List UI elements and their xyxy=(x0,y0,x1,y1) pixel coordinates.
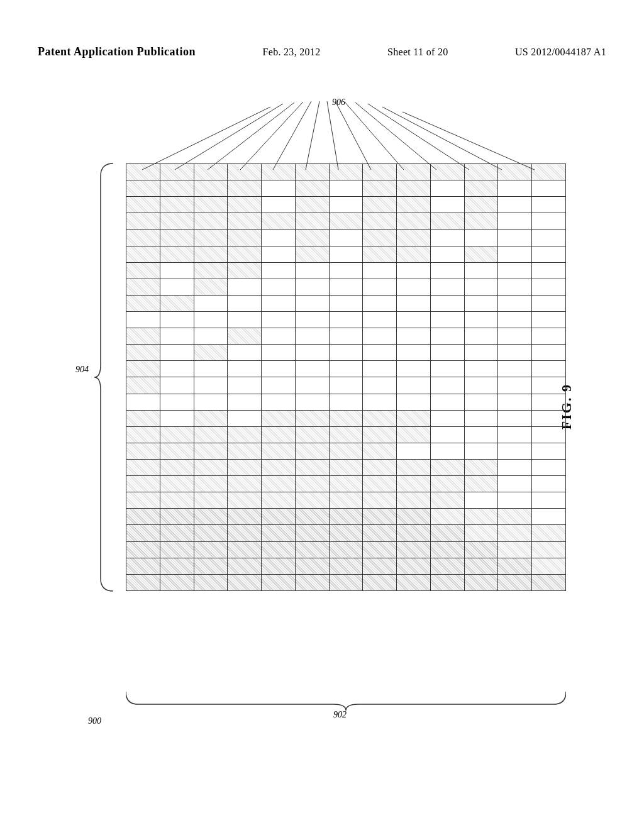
grid-cell xyxy=(397,361,431,377)
grid-cell xyxy=(160,525,194,541)
grid-cell xyxy=(295,525,329,541)
grid-cell xyxy=(194,328,228,345)
grid-cell xyxy=(228,213,262,230)
grid-cell xyxy=(194,164,228,180)
svg-line-5 xyxy=(306,101,319,170)
grid-cell xyxy=(126,180,160,197)
grid-cell xyxy=(329,492,363,509)
grid-cell xyxy=(397,328,431,345)
grid-cell xyxy=(363,213,397,230)
grid-cell xyxy=(430,476,464,492)
grid-cell xyxy=(160,476,194,492)
grid-cell xyxy=(329,361,363,377)
grid-cell xyxy=(126,262,160,279)
grid-cell xyxy=(430,361,464,377)
grid-cell xyxy=(126,509,160,525)
grid-cell xyxy=(464,361,498,377)
grid-cell xyxy=(363,377,397,394)
grid-cell xyxy=(194,459,228,475)
grid-cell xyxy=(126,492,160,509)
svg-line-1 xyxy=(175,104,283,170)
bottom-brace-area: 902 xyxy=(126,685,566,723)
grid-cell xyxy=(228,558,262,574)
grid-cell xyxy=(329,262,363,279)
grid-cell xyxy=(363,230,397,246)
grid-cell xyxy=(228,361,262,377)
grid-cell xyxy=(430,426,464,443)
grid-cell xyxy=(262,509,296,525)
grid-cell xyxy=(430,180,464,197)
grid-cell xyxy=(430,558,464,574)
grid-cell xyxy=(329,525,363,541)
grid-cell xyxy=(126,410,160,426)
grid-cell xyxy=(126,295,160,311)
grid-cell xyxy=(498,377,532,394)
grid-cell xyxy=(194,426,228,443)
grid-cell xyxy=(194,443,228,459)
grid-cell xyxy=(532,197,566,213)
grid-cell xyxy=(430,311,464,328)
grid-cell xyxy=(160,377,194,394)
grid-cell xyxy=(464,311,498,328)
grid-cell xyxy=(397,164,431,180)
grid-cell xyxy=(160,410,194,426)
grid-cell xyxy=(498,213,532,230)
grid-cell xyxy=(194,213,228,230)
grid-cell xyxy=(464,213,498,230)
grid-cell xyxy=(397,345,431,361)
grid-cell xyxy=(464,410,498,426)
grid-cell xyxy=(126,377,160,394)
grid-cell xyxy=(295,558,329,574)
grid-cell xyxy=(126,541,160,558)
grid-cell xyxy=(397,443,431,459)
grid-cell xyxy=(498,262,532,279)
grid-cell xyxy=(194,574,228,590)
grid-cell xyxy=(262,410,296,426)
grid-cell xyxy=(363,492,397,509)
grid-cell xyxy=(126,213,160,230)
grid-cell xyxy=(532,426,566,443)
grid-cell xyxy=(397,558,431,574)
grid-cell xyxy=(498,574,532,590)
grid-cell xyxy=(194,410,228,426)
grid-cell xyxy=(262,164,296,180)
grid-cell xyxy=(295,246,329,262)
svg-line-4 xyxy=(273,101,311,170)
grid-cell xyxy=(126,361,160,377)
grid-cell xyxy=(228,509,262,525)
grid-cell xyxy=(160,262,194,279)
grid-cell xyxy=(363,426,397,443)
grid-cell xyxy=(464,574,498,590)
grid-cell xyxy=(329,377,363,394)
grid-cell xyxy=(262,361,296,377)
grid-cell xyxy=(126,443,160,459)
grid-cell xyxy=(532,328,566,345)
grid-cell xyxy=(464,197,498,213)
grid-cell xyxy=(228,394,262,410)
grid-cell xyxy=(262,295,296,311)
grid-cell xyxy=(160,295,194,311)
grid-cell xyxy=(329,295,363,311)
grid-cell xyxy=(262,492,296,509)
grid-cell xyxy=(160,541,194,558)
grid-cell xyxy=(430,541,464,558)
grid-cell xyxy=(228,164,262,180)
grid-cell xyxy=(228,443,262,459)
grid-cell xyxy=(126,164,160,180)
grid-cell xyxy=(126,230,160,246)
grid-cell xyxy=(532,345,566,361)
grid-cell xyxy=(228,574,262,590)
grid-cell xyxy=(160,311,194,328)
grid-cell xyxy=(262,558,296,574)
grid-cell xyxy=(498,426,532,443)
grid-cell xyxy=(498,164,532,180)
grid-cell xyxy=(363,345,397,361)
grid-cell xyxy=(397,525,431,541)
grid-cell xyxy=(194,525,228,541)
grid-cell xyxy=(532,279,566,295)
grid-cell xyxy=(363,558,397,574)
grid-cell xyxy=(228,262,262,279)
grid-cell xyxy=(397,459,431,475)
grid-cell xyxy=(160,197,194,213)
grid-cell xyxy=(397,410,431,426)
